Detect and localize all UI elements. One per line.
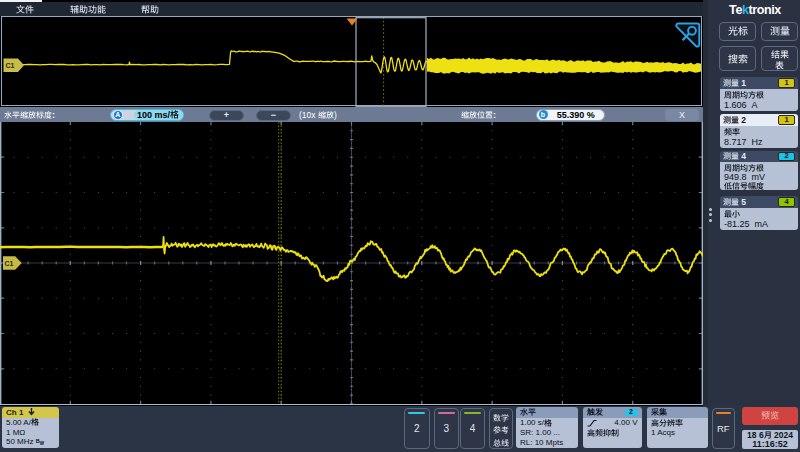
- svg-text:C1: C1: [5, 260, 14, 267]
- svg-text:C1: C1: [6, 62, 15, 69]
